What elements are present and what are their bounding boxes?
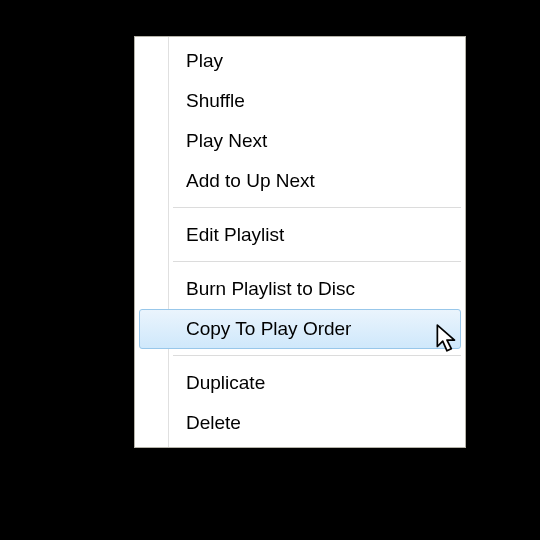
context-menu: Play Shuffle Play Next Add to Up Next Ed…: [134, 36, 466, 448]
menu-item-copy-to-play-order[interactable]: Copy To Play Order: [139, 309, 461, 349]
menu-separator: [173, 207, 461, 209]
context-menu-inner: Play Shuffle Play Next Add to Up Next Ed…: [135, 37, 465, 447]
menu-item-shuffle[interactable]: Shuffle: [139, 81, 461, 121]
menu-separator: [173, 261, 461, 263]
menu-separator: [173, 355, 461, 357]
menu-item-add-to-up-next[interactable]: Add to Up Next: [139, 161, 461, 201]
menu-item-burn-playlist-to-disc[interactable]: Burn Playlist to Disc: [139, 269, 461, 309]
menu-item-delete[interactable]: Delete: [139, 403, 461, 443]
menu-item-play-next[interactable]: Play Next: [139, 121, 461, 161]
menu-item-edit-playlist[interactable]: Edit Playlist: [139, 215, 461, 255]
menu-item-duplicate[interactable]: Duplicate: [139, 363, 461, 403]
menu-item-play[interactable]: Play: [139, 41, 461, 81]
